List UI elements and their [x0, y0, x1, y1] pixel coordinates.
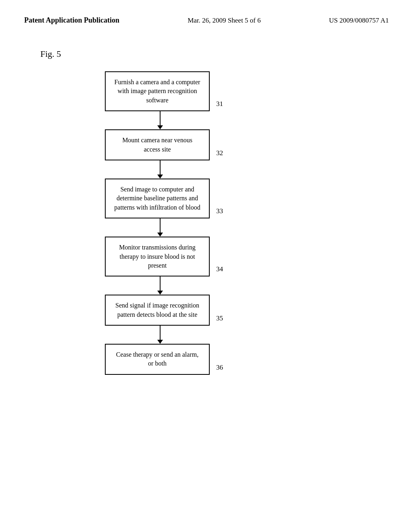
flow-label-31: 31	[216, 100, 223, 111]
page-header: Patent Application Publication Mar. 26, …	[0, 0, 413, 33]
flow-row-33: Send image to computer and determine bas…	[105, 179, 223, 218]
flow-row-32: Mount camera near venous access site 32	[105, 129, 223, 160]
arrow-5	[105, 326, 163, 344]
patent-number: US 2009/0080757 A1	[329, 17, 389, 25]
flow-box-31: Furnish a camera and a computer with ima…	[105, 71, 210, 111]
publication-label: Patent Application Publication	[24, 16, 119, 25]
flow-box-34: Monitor transmissions during therapy to …	[105, 237, 210, 276]
flow-label-36: 36	[216, 364, 223, 375]
flow-box-32: Mount camera near venous access site	[105, 129, 210, 160]
page-content: Fig. 5 Furnish a camera and a computer w…	[0, 33, 413, 391]
flow-box-35: Send signal if image recognition pattern…	[105, 295, 210, 326]
flowchart: Furnish a camera and a computer with ima…	[105, 71, 389, 375]
flow-row-34: Monitor transmissions during therapy to …	[105, 237, 223, 276]
sheet-info: Mar. 26, 2009 Sheet 5 of 6	[188, 17, 261, 25]
figure-label: Fig. 5	[40, 49, 389, 59]
flow-row-36: Cease therapy or send an alarm, or both …	[105, 344, 223, 375]
arrow-2	[105, 160, 163, 179]
flow-row-31: Furnish a camera and a computer with ima…	[105, 71, 223, 111]
flow-label-32: 32	[216, 149, 223, 160]
flow-label-33: 33	[216, 207, 223, 218]
flow-box-36: Cease therapy or send an alarm, or both	[105, 344, 210, 375]
flow-label-35: 35	[216, 314, 223, 326]
arrow-1	[105, 111, 163, 129]
flow-box-33: Send image to computer and determine bas…	[105, 179, 210, 218]
flow-label-34: 34	[216, 265, 223, 276]
arrow-3	[105, 218, 163, 237]
arrow-4	[105, 276, 163, 295]
flow-row-35: Send signal if image recognition pattern…	[105, 295, 223, 326]
